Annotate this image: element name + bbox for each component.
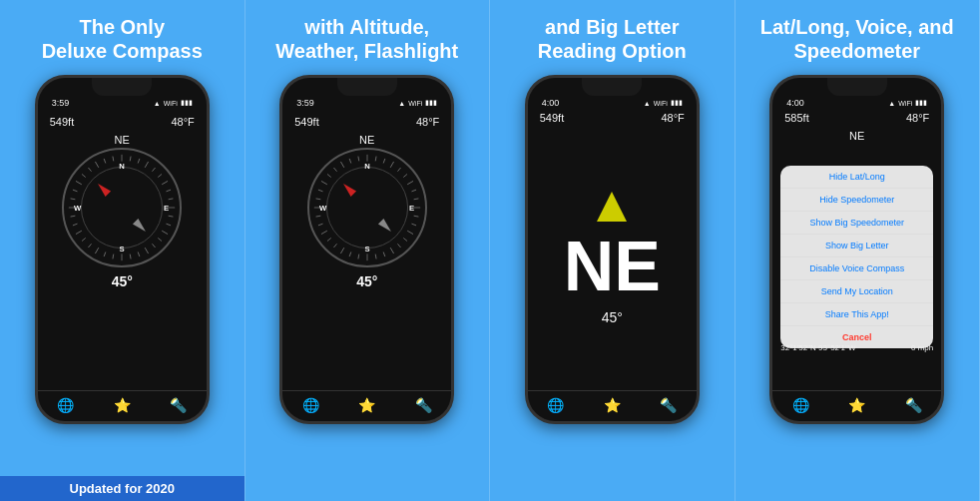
big-letter-screen: NE 45° [528,126,697,390]
star-icon-4[interactable]: ⭐ [848,397,865,413]
toolbar-1: 🌐 ⭐ 🔦 [38,390,207,421]
screen-content-2: 549ft 48°F NE [282,110,451,390]
flashlight-icon-4[interactable]: 🔦 [905,397,922,413]
svg-line-44 [375,157,376,162]
svg-line-12 [162,231,168,234]
svg-text:S: S [120,245,125,253]
status-icons-3: ▲WiFi▮▮▮ [644,99,683,107]
globe-icon-2[interactable]: 🌐 [302,397,319,413]
phone-3: 4:00 ▲WiFi▮▮▮ 549ft 48°F NE 45° 🌐 ⭐ 🔦 [525,75,700,424]
panel-4-header: Lat/Long, Voice, andSpeedometer [750,0,964,75]
screen-4-body: NE Hide Lat/Long Hide Speedometer Show B… [772,126,941,390]
svg-line-60 [375,254,376,259]
svg-line-24 [76,231,82,234]
globe-icon-4[interactable]: 🌐 [792,397,809,413]
panel-2-header: with Altitude,Weather, Flashlight [265,0,468,75]
svg-line-8 [169,199,174,200]
temp-4: 48°F [906,112,929,124]
screen-2: 3:59 ▲WiFi▮▮▮ 549ft 48°F NE [282,78,451,421]
svg-line-63 [349,252,351,257]
menu-send-location[interactable]: Send My Location [780,280,933,303]
panel-2: with Altitude,Weather, Flashlight 3:59 ▲… [245,0,491,501]
altitude-temp-1: 549ft 48°F [38,114,207,130]
svg-line-57 [397,244,400,248]
screen-4: 4:00 ▲WiFi▮▮▮ 585ft 48°F NE Hide Lat/Lon… [772,78,941,421]
svg-text:E: E [409,204,414,213]
star-icon-2[interactable]: ⭐ [358,397,375,413]
altitude-temp-2: 549ft 48°F [282,114,451,130]
star-icon-1[interactable]: ⭐ [114,397,131,413]
menu-hide-lat[interactable]: Hide Lat/Long [780,166,933,189]
menu-big-speed[interactable]: Show Big Speedometer [780,212,933,235]
svg-line-56 [403,238,407,241]
svg-line-16 [138,252,140,257]
status-icons-1: ▲WiFi▮▮▮ [154,99,193,107]
panel-3: and Big LetterReading Option 4:00 ▲WiFi▮… [490,0,735,501]
svg-line-54 [411,224,416,226]
svg-line-51 [413,199,418,200]
svg-text:N: N [364,162,370,171]
svg-line-62 [358,254,359,259]
svg-marker-85 [378,219,394,235]
svg-line-19 [113,254,114,259]
big-degrees: 45° [602,309,623,325]
svg-line-26 [71,216,76,217]
svg-line-4 [153,168,156,172]
svg-line-67 [321,231,327,234]
svg-line-72 [318,190,323,192]
svg-line-73 [321,181,327,184]
svg-line-75 [333,168,336,172]
svg-line-58 [390,248,393,253]
altitude-temp-3: 549ft 48°F [528,110,697,126]
menu-big-letter[interactable]: Show Big Letter [780,235,933,257]
svg-text:W: W [319,204,327,213]
svg-line-31 [82,174,86,177]
svg-marker-42 [133,219,149,235]
svg-line-32 [89,168,92,172]
svg-line-50 [411,190,416,192]
svg-line-17 [130,254,131,259]
svg-line-2 [138,159,140,164]
svg-line-47 [397,168,400,172]
compass-outer-2: N S E W [307,148,427,267]
status-time-1: 3:59 [52,98,70,108]
status-time-4: 4:00 [786,98,804,108]
star-icon-3[interactable]: ⭐ [604,397,621,413]
svg-line-78 [358,157,359,162]
svg-line-29 [73,190,78,192]
flashlight-icon-2[interactable]: 🔦 [415,397,432,413]
svg-marker-41 [96,181,112,197]
svg-line-25 [73,224,78,226]
big-direction: NE [564,232,661,301]
svg-line-68 [318,224,323,226]
svg-line-69 [315,216,320,217]
compass-direction-2: NE [359,134,374,146]
svg-line-35 [113,157,114,162]
svg-line-66 [327,238,331,241]
toolbar-2: 🌐 ⭐ 🔦 [282,390,451,421]
phone-1: 3:59 ▲WiFi▮▮▮ 549ft 48°F NE [35,75,210,424]
svg-line-23 [82,238,86,241]
svg-line-46 [390,162,393,168]
svg-line-22 [89,244,92,248]
degrees-1: 45° [112,273,133,289]
svg-line-76 [340,162,343,168]
flashlight-icon-3[interactable]: 🔦 [660,397,677,413]
menu-share-app[interactable]: Share This App! [780,303,933,326]
menu-cancel[interactable]: Cancel [780,326,933,348]
globe-icon-1[interactable]: 🌐 [57,397,74,413]
svg-line-11 [167,224,172,226]
toolbar-3: 🌐 ⭐ 🔦 [528,390,697,421]
svg-line-53 [413,216,418,217]
globe-icon-3[interactable]: 🌐 [547,397,564,413]
context-menu: Hide Lat/Long Hide Speedometer Show Big … [780,166,933,348]
phone-2: 3:59 ▲WiFi▮▮▮ 549ft 48°F NE [279,75,454,424]
flashlight-icon-1[interactable]: 🔦 [170,397,187,413]
svg-text:E: E [164,204,169,213]
menu-hide-speed[interactable]: Hide Speedometer [780,189,933,212]
toolbar-4: 🌐 ⭐ 🔦 [772,390,941,421]
status-time-3: 4:00 [542,98,560,108]
menu-disable-voice[interactable]: Disable Voice Compass [780,257,933,280]
screen-3: 4:00 ▲WiFi▮▮▮ 549ft 48°F NE 45° 🌐 ⭐ 🔦 [528,78,697,421]
temp-1: 48°F [171,116,194,128]
